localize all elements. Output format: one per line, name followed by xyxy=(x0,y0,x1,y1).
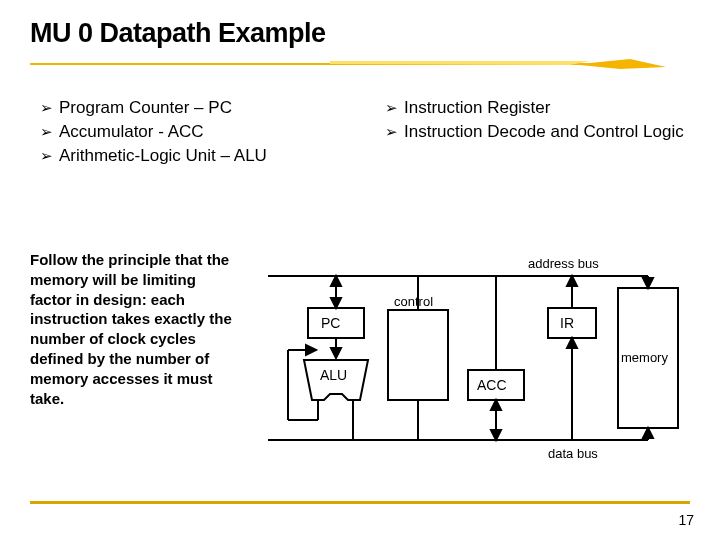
alu-label: ALU xyxy=(320,367,347,383)
svg-marker-30 xyxy=(567,338,577,348)
address-bus-label: address bus xyxy=(528,256,599,271)
bullet-text: Instruction Register xyxy=(404,97,550,120)
page-number: 17 xyxy=(678,512,694,528)
right-bullet-list: ➢ Instruction Register ➢ Instruction Dec… xyxy=(385,97,690,169)
list-item: ➢ Instruction Register xyxy=(385,97,690,120)
pc-label: PC xyxy=(321,315,340,331)
svg-marker-9 xyxy=(331,348,341,358)
svg-rect-11 xyxy=(388,310,448,400)
control-label: control xyxy=(394,294,433,309)
svg-marker-18 xyxy=(491,400,501,410)
list-item: ➢ Program Counter – PC xyxy=(40,97,345,120)
list-item: ➢ Instruction Decode and Control Logic xyxy=(385,121,690,144)
svg-marker-37 xyxy=(643,428,653,438)
bullet-icon: ➢ xyxy=(385,121,398,142)
slide-title: MU 0 Datapath Example xyxy=(30,18,690,49)
datapath-diagram: address bus data bus PC ALU control xyxy=(258,250,690,474)
svg-marker-17 xyxy=(491,430,501,440)
list-item: ➢ Accumulator - ACC xyxy=(40,121,345,144)
data-bus-label: data bus xyxy=(548,446,598,461)
bullet-icon: ➢ xyxy=(40,121,53,142)
svg-marker-28 xyxy=(567,276,577,286)
svg-marker-6 xyxy=(331,276,341,286)
left-bullet-list: ➢ Program Counter – PC ➢ Accumulator - A… xyxy=(40,97,345,169)
list-item: ➢ Arithmetic-Logic Unit – ALU xyxy=(40,145,345,168)
bullet-icon: ➢ xyxy=(40,145,53,166)
bullet-text: Accumulator - ACC xyxy=(59,121,204,144)
svg-marker-24 xyxy=(306,345,316,355)
svg-marker-7 xyxy=(331,298,341,308)
acc-label: ACC xyxy=(477,377,507,393)
ir-label: IR xyxy=(560,315,574,331)
bullet-text: Arithmetic-Logic Unit – ALU xyxy=(59,145,267,168)
svg-marker-34 xyxy=(643,278,653,288)
memory-label: memory xyxy=(621,350,668,365)
principle-text: Follow the principle that the memory wil… xyxy=(30,250,240,408)
bullet-icon: ➢ xyxy=(385,97,398,118)
footer-divider xyxy=(30,501,690,504)
title-underline xyxy=(30,59,670,69)
bullet-text: Program Counter – PC xyxy=(59,97,232,120)
bullet-text: Instruction Decode and Control Logic xyxy=(404,121,684,144)
bullet-icon: ➢ xyxy=(40,97,53,118)
